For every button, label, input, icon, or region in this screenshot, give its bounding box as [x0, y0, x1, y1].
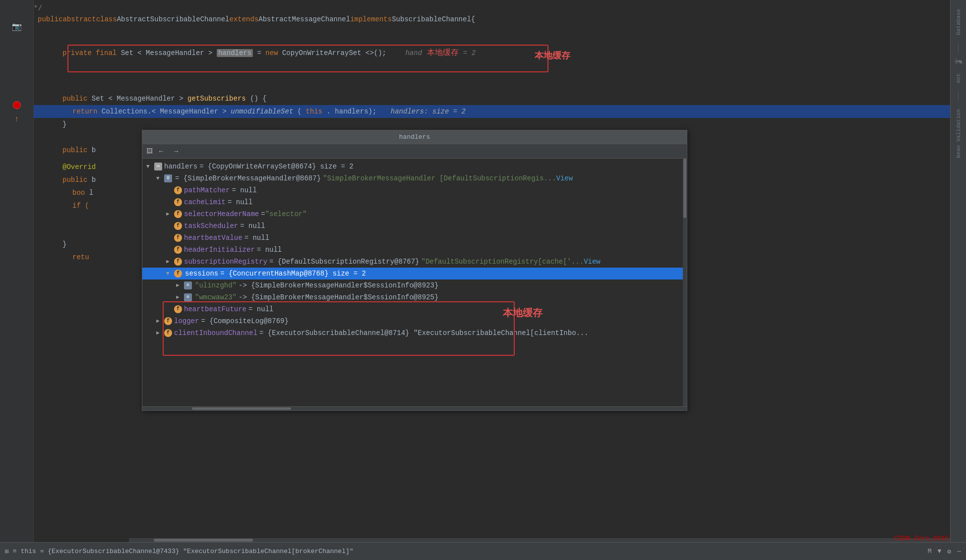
- method-unmodifiable: unmodifiableSet: [231, 108, 293, 115]
- status-icon-dash[interactable]: —: [957, 548, 961, 555]
- tree-row-clientinbound[interactable]: ► f clientInboundChannel = {ExecutorSubs…: [142, 327, 687, 339]
- code-line-blank3: [34, 79, 950, 92]
- comment-text: */: [34, 4, 42, 12]
- class-name-extends: AbstractMessageChannel: [258, 15, 350, 23]
- field-icon-headerinitializer: f: [174, 246, 182, 254]
- kw-class: class: [96, 15, 117, 23]
- kw-this: this: [306, 108, 323, 115]
- tree-row-logger[interactable]: ► f logger = {CompositeLog@8769}: [142, 315, 687, 327]
- tree-label-pathmatcher: pathMatcher: [184, 186, 230, 194]
- tree-val-wmcwaw23: -> {SimpleBrokerMessageHandler$SessionIn…: [239, 293, 438, 301]
- debug-camera-icon: 🖼: [146, 148, 153, 155]
- debug-panel: handlers 🖼 ← → ▼ ∞ handlers = {CopyOnWri…: [142, 130, 687, 411]
- expand-icon-clientinbound: ►: [156, 330, 163, 336]
- breakpoint-marker[interactable]: [13, 101, 21, 109]
- debug-scrollbar[interactable]: [683, 159, 687, 406]
- code-line-brace: }: [34, 118, 950, 131]
- method-getsubscribers: getSubscribers: [187, 95, 246, 103]
- sidebar-item-database[interactable]: Database: [954, 5, 964, 39]
- tree-row-heartbeatvalue[interactable]: f heartbeatValue = null: [142, 232, 687, 244]
- sidebar-item-ant[interactable]: Ant: [954, 69, 964, 87]
- tree-val-pathmatcher: = null: [232, 186, 256, 194]
- field-icon-sessions: f: [174, 270, 182, 278]
- class-name-implements: SubscribableChannel: [392, 15, 471, 23]
- field-icon-cachelimit: f: [174, 198, 182, 206]
- status-icon-list[interactable]: ≡: [13, 548, 17, 555]
- tree-row-headerinitializer[interactable]: f headerInitializer = null: [142, 244, 687, 256]
- status-icon-grid[interactable]: ⊞: [5, 548, 9, 556]
- kw-public: public: [38, 15, 62, 23]
- tree-label-heartbeatvalue: heartbeatValue: [184, 234, 242, 242]
- tree-row-wmcwaw23[interactable]: ► ≡ "wmcwaw23" -> {SimpleBrokerMessageHa…: [142, 291, 687, 303]
- csdn-watermark: CSDN-Zero_0915: [895, 535, 949, 542]
- code-line-blank1: [34, 26, 950, 39]
- tree-row-subscriptionregistry[interactable]: ► f subscriptionRegistry = {DefaultSubsc…: [142, 256, 687, 268]
- divider-1: [958, 43, 959, 53]
- tree-val-headerinitializer: = null: [257, 246, 282, 254]
- tree-row-handlers[interactable]: ▼ ∞ handlers = {CopyOnWriteArraySet@8674…: [142, 161, 687, 172]
- expand-icon-handlers: ▼: [146, 164, 153, 169]
- status-icon-m[interactable]: M: [928, 548, 932, 555]
- debug-back-btn[interactable]: ←: [155, 146, 168, 156]
- expand-icon-0: ▼: [156, 175, 163, 181]
- expand-icon-ulinzghd: ►: [176, 282, 183, 288]
- type-msghandler: MessageHandler: [146, 49, 204, 57]
- expand-icon-sessions: ▼: [166, 271, 173, 277]
- tree-val-clientinbound: = {ExecutorSubscribableChannel@8714} "Ex…: [259, 329, 589, 337]
- annotation-override: @Overrid: [62, 163, 96, 171]
- tree-view-link-registry[interactable]: View: [584, 258, 601, 266]
- tree-view-link-0[interactable]: View: [556, 174, 573, 182]
- sidebar-item-beanvalidation[interactable]: Bean Validation: [954, 105, 964, 162]
- debug-panel-title-text: handlers: [399, 133, 430, 141]
- tree-val-taskscheduler: = null: [240, 222, 265, 230]
- tree-val-handlers: = {CopyOnWriteArraySet@8674}: [199, 163, 316, 170]
- tree-row-selectorheader[interactable]: ► f selectorHeaderName = "selector": [142, 208, 687, 220]
- status-icon-chevron[interactable]: ▼: [938, 548, 942, 555]
- left-gutter: 📷 ↑: [0, 0, 34, 560]
- divider-2: [958, 91, 959, 101]
- kw-private: private: [62, 49, 96, 57]
- tree-val-0: "SimpleBrokerMessageHandler [DefaultSubs…: [323, 174, 556, 182]
- expand-icon-subscriptionregistry: ►: [166, 259, 173, 265]
- debug-forward-btn[interactable]: →: [170, 146, 182, 156]
- expand-icon-selectorheader: ►: [166, 211, 173, 217]
- tree-row-pathmatcher[interactable]: f pathMatcher = null: [142, 184, 687, 196]
- tree-val-heartbeatfuture: = null: [248, 305, 273, 313]
- main-hscrollbar[interactable]: [129, 538, 950, 542]
- camera-icon[interactable]: 📷: [12, 22, 22, 32]
- tree-val-logger: = {CompositeLog@8769}: [201, 317, 288, 325]
- tree-val-heartbeatvalue: = null: [244, 234, 269, 242]
- kw-implements: implements: [350, 15, 392, 23]
- debug-hscrollbar[interactable]: [142, 406, 687, 410]
- tree-row-heartbeatfuture[interactable]: f heartbeatFuture = null: [142, 303, 687, 315]
- kw-public-4: public: [62, 176, 92, 184]
- debug-scrollbar-thumb: [683, 159, 686, 218]
- tree-row-cachelimit[interactable]: f cacheLimit = null: [142, 196, 687, 208]
- right-sidebar: Database 🐜 Ant Bean Validation: [950, 0, 966, 560]
- sidebar-ant-icon[interactable]: 🐜: [954, 57, 963, 65]
- status-icon-gear[interactable]: ⚙: [947, 548, 951, 556]
- kw-return: return: [72, 108, 102, 115]
- tree-row-taskscheduler[interactable]: f taskScheduler = null: [142, 220, 687, 232]
- kw-new: new: [265, 49, 282, 57]
- inline-hint-equals: = 2: [463, 49, 476, 57]
- tree-row-ulinzghd[interactable]: ► ≡ "ulinzghd" -> {SimpleBrokerMessageHa…: [142, 280, 687, 291]
- code-line-field: private final Set < MessageHandler > han…: [34, 39, 950, 66]
- class-name-abstract: AbstractSubscribableChannel: [117, 15, 230, 23]
- tree-label-headerinitializer: headerInitializer: [184, 246, 255, 254]
- tree-label-heartbeatfuture: heartbeatFuture: [184, 305, 246, 313]
- tree-row-sessions[interactable]: ▼ f sessions = {ConcurrentHashMap@8768} …: [142, 268, 687, 280]
- tree-label-sessions: sessions: [185, 270, 218, 278]
- expand-icon-logger: ►: [156, 318, 163, 324]
- field-icon-pathmatcher: f: [174, 186, 182, 194]
- watch-icon: ↑: [14, 115, 19, 124]
- debug-toolbar[interactable]: 🖼 ← →: [142, 144, 687, 159]
- tree-row-0[interactable]: ▼ 0 = {SimpleBrokerMessageHandler@8687} …: [142, 172, 687, 184]
- tree-label-handlers: handlers: [164, 163, 197, 170]
- field-icon-heartbeatvalue: f: [174, 234, 182, 242]
- tree-label-logger: logger: [174, 317, 199, 325]
- type-msghandler-2: MessageHandler: [117, 95, 175, 103]
- field-icon-logger: f: [164, 317, 172, 325]
- annotation-label-field: 本地缓存: [535, 50, 570, 61]
- main-hscrollbar-thumb: [154, 539, 253, 542]
